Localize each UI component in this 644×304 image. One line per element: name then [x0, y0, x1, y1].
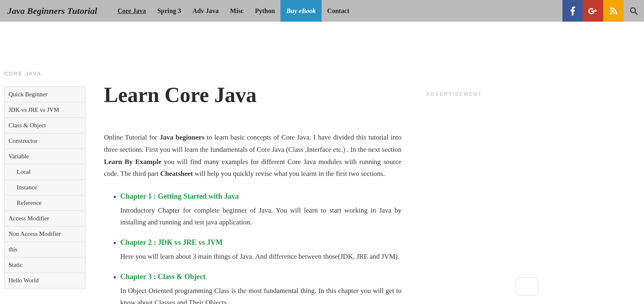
chapter-item: Chapter 1 : Getting Started with JavaInt… [120, 192, 401, 229]
sidebar-item[interactable]: Non Access Modifier [4, 226, 85, 242]
chapter-description: Introductory Chapter for complete beginn… [120, 205, 401, 229]
nav-item-adv-java[interactable]: Adv Java [187, 0, 224, 22]
sidebar-item[interactable]: Class & Object [4, 118, 85, 133]
social-strip [562, 0, 644, 22]
sidebar-item[interactable]: Quick Beginner [4, 87, 85, 102]
nav-item-buy-ebook[interactable]: Buy eBook [280, 0, 321, 22]
sidebar: CORE JAVA Quick BeginnerJDK vs JRE vs JV… [0, 32, 86, 304]
sidebar-item[interactable]: Local [4, 164, 85, 180]
sidebar-item[interactable]: Access Modifier [4, 211, 85, 226]
site-title[interactable]: Java Beginners Tutorial [0, 0, 104, 22]
sidebar-list: Quick BeginnerJDK vs JRE vs JVMClass & O… [4, 87, 86, 288]
scroll-to-top-button[interactable] [516, 277, 538, 296]
svg-line-2 [635, 12, 637, 15]
nav-item-spring-3[interactable]: Spring 3 [152, 0, 187, 22]
sidebar-item[interactable]: Static [4, 257, 85, 273]
chapter-description: Here you will learn about 3 main things … [120, 251, 401, 263]
facebook-icon[interactable] [562, 0, 583, 22]
sidebar-item[interactable]: Instance [4, 180, 85, 195]
sidebar-item[interactable]: this [4, 242, 85, 257]
intro-paragraph: Online Tutorial for Java beginners to le… [104, 131, 401, 180]
sidebar-heading: CORE JAVA [4, 71, 86, 77]
nav-item-python[interactable]: Python [249, 0, 280, 22]
top-navigation-bar: Java Beginners Tutorial Core JavaSpring … [0, 0, 644, 22]
chapter-item: Chapter 2 : JDK vs JRE vs JVMHere you wi… [120, 238, 401, 263]
chapter-title-link[interactable]: Chapter 2 : JDK vs JRE vs JVM [120, 238, 223, 247]
rss-icon[interactable] [603, 0, 624, 22]
sidebar-item[interactable]: JDK vs JRE vs JVM [4, 102, 85, 118]
main-nav: Core JavaSpring 3Adv JavaMiscPythonBuy e… [112, 0, 355, 22]
nav-item-contact[interactable]: Contact [322, 0, 355, 22]
sidebar-item[interactable]: Constructor [4, 133, 85, 149]
right-column: ADVERTISEMENT [426, 32, 482, 304]
chapter-list: Chapter 1 : Getting Started with JavaInt… [120, 192, 401, 304]
sidebar-item[interactable]: Reference [4, 195, 85, 211]
chapter-title-link[interactable]: Chapter 1 : Getting Started with Java [120, 192, 239, 201]
chapter-item: Chapter 3 : Class & ObjectIn Object Orie… [120, 273, 401, 304]
svg-point-1 [631, 8, 635, 13]
chapter-description: In Object Oriented programming Class is … [120, 285, 401, 304]
main-content: Learn Core Java Online Tutorial for Java… [104, 32, 401, 304]
page-title: Learn Core Java [104, 83, 401, 107]
sidebar-item[interactable]: Hello World [4, 273, 85, 288]
advertisement-label: ADVERTISEMENT [426, 91, 482, 97]
nav-item-misc[interactable]: Misc [225, 0, 249, 22]
svg-point-0 [610, 12, 612, 14]
search-icon[interactable] [624, 0, 644, 22]
chapter-title-link[interactable]: Chapter 3 : Class & Object [120, 273, 205, 281]
sidebar-item[interactable]: Variable [4, 149, 85, 164]
nav-item-core-java[interactable]: Core Java [112, 0, 151, 22]
google-plus-icon[interactable] [583, 0, 603, 22]
